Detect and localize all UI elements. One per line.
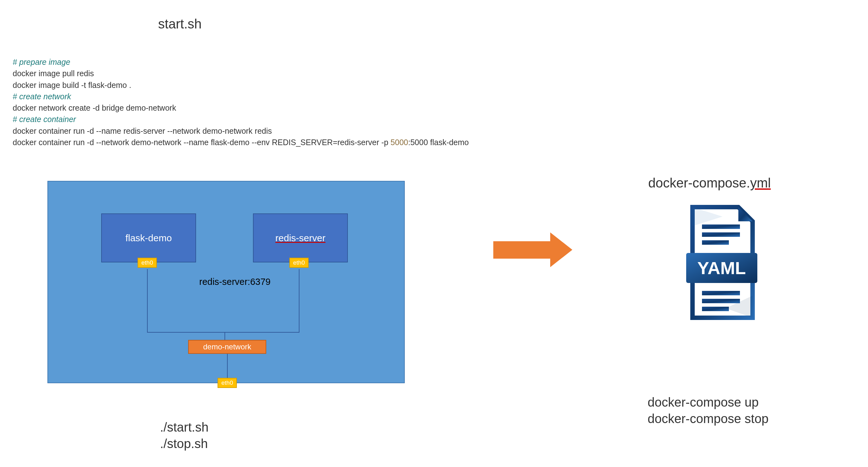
script-code: # prepare imagedocker image pull redisdo… [13, 56, 469, 148]
cmd-compose-stop: docker-compose stop [648, 410, 768, 427]
code-line: docker image pull redis [13, 68, 469, 79]
yaml-file-icon: YAML [675, 201, 767, 327]
eth0-redis: eth0 [289, 258, 309, 268]
conn-line [147, 332, 224, 333]
script-title: start.sh [158, 17, 202, 32]
code-line: docker container run -d --network demo-n… [13, 136, 469, 148]
cmd-stop: ./stop.sh [160, 435, 208, 452]
code-line: # prepare image [13, 56, 469, 68]
conn-line [224, 332, 300, 333]
right-commands: docker-compose up docker-compose stop [648, 394, 768, 427]
compose-filename: docker-compose.yml [648, 176, 771, 191]
svg-rect-7 [702, 307, 729, 311]
compose-filename-ext: yml [750, 176, 771, 190]
container-flask-demo: flask-demo [101, 213, 196, 262]
conn-line [147, 269, 148, 332]
code-line: # create network [13, 91, 469, 102]
compose-filename-pre: docker-compose. [648, 176, 750, 190]
arrow-icon [493, 232, 572, 267]
code-line: # create container [13, 114, 469, 125]
code-line: docker container run -d --name redis-ser… [13, 125, 469, 136]
container-redis-server: redis-server [253, 213, 348, 262]
svg-text:YAML: YAML [697, 258, 746, 278]
svg-rect-6 [702, 299, 740, 303]
eth0-host: eth0 [218, 378, 237, 388]
redis-server-label: redis-server [275, 233, 326, 244]
eth0-flask: eth0 [137, 258, 157, 268]
code-line: docker image build -t flask-demo . [13, 80, 469, 91]
code-line: docker network create -d bridge demo-net… [13, 102, 469, 114]
network-box: demo-network [188, 340, 266, 354]
conn-line [299, 269, 300, 332]
conn-line [224, 332, 225, 340]
svg-rect-0 [702, 224, 740, 229]
redis-port-label: redis-server:6379 [199, 277, 271, 287]
svg-rect-1 [702, 232, 740, 237]
cmd-start: ./start.sh [160, 419, 208, 435]
left-commands: ./start.sh ./stop.sh [160, 419, 208, 452]
cmd-compose-up: docker-compose up [648, 394, 768, 410]
svg-rect-5 [702, 291, 740, 295]
svg-rect-2 [702, 240, 729, 245]
